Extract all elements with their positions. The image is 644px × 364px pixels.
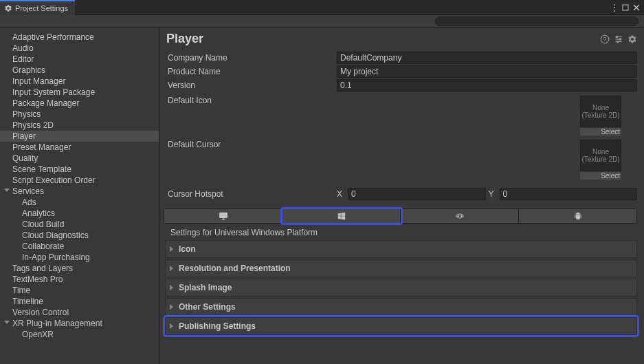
svg-point-12: [617, 41, 619, 42]
section-other-settings[interactable]: Other Settings: [165, 298, 637, 316]
default-cursor-label: Default Cursor: [166, 140, 580, 149]
sidebar-item-analytics[interactable]: Analytics: [0, 208, 159, 219]
default-icon-label: Default Icon: [166, 96, 580, 105]
section-publishing-settings[interactable]: Publishing Settings: [165, 317, 637, 335]
company-name-input[interactable]: [337, 52, 637, 64]
sidebar-item-script-execution-order[interactable]: Script Execution Order: [0, 175, 159, 186]
sidebar-item-preset-manager[interactable]: Preset Manager: [0, 142, 159, 153]
sidebar-item-xr-plugin-management[interactable]: XR Plug-in Management: [0, 318, 159, 329]
platform-tabs: [164, 208, 637, 224]
sidebar-item-collaborate[interactable]: Collaborate: [0, 241, 159, 252]
lumin-icon: [455, 211, 465, 221]
platform-tab-lumin[interactable]: [401, 209, 519, 223]
sidebar-item-physics-2d[interactable]: Physics 2D: [0, 120, 159, 131]
context-menu-button[interactable]: ⋮: [610, 3, 619, 12]
svg-text:?: ?: [603, 36, 607, 42]
content-panel: Player ? Company Name Product Name Versi…: [159, 28, 644, 364]
sidebar-item-version-control[interactable]: Version Control: [0, 307, 159, 318]
default-cursor-slot[interactable]: None (Texture 2D): [580, 140, 621, 171]
maximize-button[interactable]: [621, 3, 630, 12]
sidebar-item-services[interactable]: Services: [0, 186, 159, 197]
section-icon[interactable]: Icon: [165, 240, 637, 258]
preset-icon[interactable]: [614, 34, 623, 44]
hotspot-x-label: X: [337, 189, 345, 199]
sidebar-item-in-app-purchasing[interactable]: In-App Purchasing: [0, 252, 159, 263]
sidebar-item-audio[interactable]: Audio: [0, 43, 159, 54]
section-splash-image[interactable]: Splash Image: [165, 279, 637, 297]
sidebar: Adaptive Performance Audio Editor Graphi…: [0, 28, 159, 364]
sidebar-item-tags-and-layers[interactable]: Tags and Layers: [0, 263, 159, 274]
version-input[interactable]: [337, 79, 637, 92]
svg-rect-0: [623, 5, 628, 10]
gear-icon: [4, 4, 12, 12]
hotspot-y-label: Y: [489, 189, 497, 199]
chevron-down-icon: [4, 321, 10, 324]
sidebar-item-textmesh-pro[interactable]: TextMesh Pro: [0, 274, 159, 285]
sidebar-item-timeline[interactable]: Timeline: [0, 296, 159, 307]
tab-project-settings[interactable]: Project Settings: [0, 0, 75, 15]
search-input[interactable]: [435, 17, 639, 26]
svg-point-17: [457, 215, 459, 217]
svg-point-18: [460, 215, 463, 217]
company-name-label: Company Name: [166, 53, 337, 63]
chevron-down-icon: [4, 189, 10, 192]
hotspot-y-input[interactable]: [500, 188, 638, 200]
platform-tab-standalone[interactable]: [164, 209, 282, 223]
chevron-right-icon: [170, 246, 173, 252]
cursor-hotspot-label: Cursor Hotspot: [166, 189, 337, 199]
sidebar-item-player[interactable]: Player: [0, 131, 159, 142]
sidebar-item-cloud-build[interactable]: Cloud Build: [0, 219, 159, 230]
product-name-label: Product Name: [166, 67, 337, 76]
sidebar-item-package-manager[interactable]: Package Manager: [0, 98, 159, 109]
page-title: Player: [166, 32, 203, 46]
hotspot-x-input[interactable]: [348, 188, 486, 200]
help-icon[interactable]: ?: [600, 34, 610, 44]
sidebar-item-cloud-diagnostics[interactable]: Cloud Diagnostics: [0, 230, 159, 241]
select-cursor-button[interactable]: Select: [580, 172, 621, 180]
svg-point-19: [576, 213, 577, 213]
svg-point-11: [619, 38, 621, 39]
close-button[interactable]: [632, 3, 641, 12]
gear-icon[interactable]: [628, 34, 637, 44]
settings-for-label: Settings for Universal Windows Platform: [159, 224, 644, 240]
android-icon: [573, 211, 583, 221]
platform-tab-android[interactable]: [519, 209, 636, 223]
version-label: Version: [166, 81, 337, 90]
svg-point-16: [456, 214, 463, 218]
sidebar-item-editor[interactable]: Editor: [0, 54, 159, 65]
sidebar-item-time[interactable]: Time: [0, 285, 159, 296]
tab-label: Project Settings: [15, 4, 68, 12]
chevron-right-icon: [170, 304, 173, 310]
chevron-right-icon: [170, 323, 173, 329]
platform-tab-uwp[interactable]: [282, 209, 401, 223]
svg-point-10: [617, 36, 618, 37]
svg-rect-13: [219, 213, 227, 217]
product-name-input[interactable]: [337, 65, 637, 78]
section-resolution-presentation[interactable]: Resolution and Presentation: [165, 259, 637, 277]
sidebar-item-quality[interactable]: Quality: [0, 153, 159, 164]
sidebar-item-physics[interactable]: Physics: [0, 109, 159, 120]
chevron-right-icon: [170, 285, 173, 290]
sidebar-item-scene-template[interactable]: Scene Template: [0, 164, 159, 175]
search-bar: [0, 15, 644, 28]
sidebar-item-adaptive-performance[interactable]: Adaptive Performance: [0, 32, 159, 43]
windows-icon: [337, 211, 346, 221]
monitor-icon: [219, 211, 228, 221]
chevron-right-icon: [170, 266, 173, 271]
sidebar-item-input-manager[interactable]: Input Manager: [0, 76, 159, 87]
sidebar-item-openxr[interactable]: OpenXR: [0, 329, 159, 340]
sidebar-item-graphics[interactable]: Graphics: [0, 65, 159, 76]
select-icon-button[interactable]: Select: [580, 128, 621, 136]
title-bar: Project Settings ⋮: [0, 0, 644, 15]
svg-point-20: [579, 213, 579, 213]
default-icon-slot[interactable]: None (Texture 2D): [580, 96, 621, 127]
sidebar-item-input-system-package[interactable]: Input System Package: [0, 87, 159, 98]
sidebar-item-ads[interactable]: Ads: [0, 197, 159, 208]
